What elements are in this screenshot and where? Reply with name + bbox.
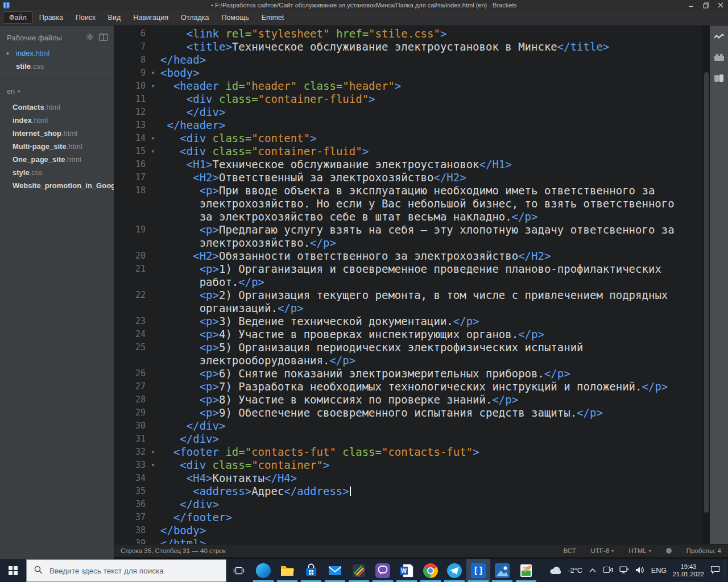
code-text[interactable]: <footer id="contacts-fut" class="contact… <box>160 446 703 459</box>
code-text[interactable]: <div class="container"> <box>160 459 703 472</box>
volume-icon[interactable] <box>635 566 645 576</box>
code-text[interactable]: работ.</p> <box>160 276 703 289</box>
editor-scrollbar[interactable] <box>703 26 710 544</box>
code-line-29[interactable]: 29 <p>9) Обеспечение своевременного испы… <box>114 406 703 419</box>
restore-button[interactable] <box>698 0 713 10</box>
menu-item-help[interactable]: Помощь <box>216 12 254 23</box>
start-button[interactable] <box>0 559 26 582</box>
fold-arrow-icon[interactable]: ▼ <box>146 80 160 93</box>
code-line-17[interactable]: 17 <H2>Ответственный за электрохозяйство… <box>114 171 703 184</box>
code-line-9[interactable]: 9▼<body> <box>114 66 703 80</box>
working-file-stile[interactable]: stile.css <box>0 60 114 73</box>
code-line-33[interactable]: 33▼ <div class="container"> <box>114 459 703 472</box>
show-desktop-button[interactable] <box>725 559 728 582</box>
taskbar-app-brackets[interactable]: [] <box>466 559 490 582</box>
taskbar-app-word[interactable]: W <box>395 559 419 582</box>
temperature-label[interactable]: -2°C <box>568 567 582 575</box>
project-file-internet_shop[interactable]: Internet_shop.html <box>0 127 114 140</box>
project-file-contacts[interactable]: Contacts.html <box>0 101 114 114</box>
code-text[interactable]: </footer> <box>160 511 703 524</box>
code-line-35[interactable]: 35 <address>Адрес</address> <box>114 485 703 498</box>
code-line-10[interactable]: 10▼ <header id="header" class="header"> <box>114 80 703 93</box>
fold-arrow-icon[interactable]: ▼ <box>146 132 160 145</box>
title-bar[interactable]: [] • F:/Разработка сайтов/Сайт обслужива… <box>0 0 728 10</box>
code-text[interactable]: </head> <box>160 53 703 66</box>
taskbar-app-telegram[interactable] <box>442 559 466 582</box>
project-file-multi-page_site[interactable]: Multi-page_site.html <box>0 140 114 153</box>
taskbar-search[interactable] <box>26 559 226 582</box>
taskbar-app-microsoft-store[interactable] <box>299 559 323 582</box>
taskbar-app-photos[interactable] <box>490 559 514 582</box>
code-text[interactable]: <div class="container-fluid"> <box>160 145 703 158</box>
overwrite-indicator[interactable]: ВСТ <box>564 547 576 554</box>
code-text[interactable]: <header id="header" class="header"> <box>160 80 703 93</box>
code-line-34[interactable]: 34 <H4>Контакты</H4> <box>114 472 703 485</box>
taskbar-app-notes[interactable] <box>514 559 538 582</box>
code-text[interactable]: <div class="content"> <box>160 132 703 145</box>
code-line-19[interactable]: 19 <p>Предлагаю услугу взять на себя — э… <box>114 223 703 236</box>
code-line-15[interactable]: 15▼ <div class="container-fluid"> <box>114 145 703 158</box>
code-text[interactable]: электрохозяйство. Но если у Вас небольшо… <box>160 197 703 210</box>
code-text[interactable]: </div> <box>160 433 703 446</box>
taskbar-app-file-explorer[interactable] <box>275 559 299 582</box>
code-editor[interactable]: 6 <link rel="stylesheet" href="stile.css… <box>114 26 703 544</box>
code-line-39[interactable]: 39</html> <box>114 537 703 544</box>
project-file-index[interactable]: index.html <box>0 114 114 127</box>
code-text[interactable]: </div> <box>160 106 703 119</box>
language-selector[interactable]: HTML ▾ <box>628 547 651 554</box>
code-text[interactable]: <p>6) Снятие показаний электроизмеритель… <box>160 367 703 380</box>
code-text[interactable]: <H2>Обязанности ответственного за электр… <box>160 250 703 263</box>
code-text[interactable]: <title>Техническое обслуживание электроу… <box>160 40 703 53</box>
code-line-11[interactable]: 11 <div class="container-fluid"> <box>114 93 703 106</box>
indent-setting[interactable]: Пробелы: 4 <box>686 547 721 554</box>
split-view-icon[interactable] <box>99 34 108 43</box>
code-text[interactable]: <H2>Ответственный за электрохозяйство</H… <box>160 171 703 184</box>
code-text[interactable]: <link rel="stylesheet" href="stile.css"> <box>160 27 703 40</box>
menu-item-view[interactable]: Вид <box>102 12 127 23</box>
code-line-28[interactable]: 28 <p>8) Участие в комиссиях по проверке… <box>114 393 703 406</box>
code-line-wrap[interactable]: электрооборудования.</p> <box>114 354 703 367</box>
code-line-18[interactable]: 18 <p>При вводе объекта в эксплуатацию н… <box>114 184 703 197</box>
code-line-wrap[interactable]: за электрохозяйство себе в штат весьма н… <box>114 210 703 223</box>
taskbar-app-paint-tool[interactable] <box>347 559 371 582</box>
code-line-20[interactable]: 20 <H2>Обязанности ответственного за эле… <box>114 250 703 263</box>
working-file-index[interactable]: •index.html <box>0 47 114 60</box>
task-view-button[interactable] <box>226 559 251 582</box>
code-text[interactable]: </div> <box>160 419 703 433</box>
code-text[interactable]: организаций.</p> <box>160 302 703 315</box>
scrollbar-thumb[interactable] <box>704 72 709 513</box>
network-icon[interactable] <box>619 566 629 576</box>
code-text[interactable]: <body> <box>160 66 703 80</box>
taskbar-app-edge[interactable] <box>251 559 275 582</box>
fold-arrow-icon[interactable]: ▼ <box>146 145 160 158</box>
meet-now-icon[interactable] <box>603 566 613 575</box>
menu-item-navigate[interactable]: Навигация <box>127 12 174 23</box>
menu-item-find[interactable]: Поиск <box>70 12 101 23</box>
fold-arrow-icon[interactable]: ▼ <box>146 66 160 80</box>
project-file-style[interactable]: style.css <box>0 166 114 179</box>
lint-status-icon[interactable] <box>666 548 672 554</box>
code-line-wrap[interactable]: электрохозяйство.</p> <box>114 236 703 250</box>
code-text[interactable]: <p>8) Участие в комиссиях по проверке зн… <box>160 393 703 406</box>
code-line-21[interactable]: 21 <p>1) Оргаганизация и своевременное п… <box>114 263 703 276</box>
project-file-website_promotion_in_google[interactable]: Website_promotion_in_Google.html <box>0 179 114 192</box>
code-line-23[interactable]: 23 <p>3) Ведение технической документаци… <box>114 315 703 328</box>
clock[interactable]: 19:43 21.01.2022 <box>673 563 704 578</box>
minimize-button[interactable] <box>684 0 698 10</box>
code-line-38[interactable]: 38</body> <box>114 524 703 537</box>
code-line-wrap[interactable]: организаций.</p> <box>114 302 703 315</box>
code-line-22[interactable]: 22 <p>2) Организация текущего ремонта, в… <box>114 289 703 302</box>
code-line-36[interactable]: 36 </div> <box>114 498 703 511</box>
code-text[interactable]: электрооборудования.</p> <box>160 354 703 367</box>
code-text[interactable]: <p>4) Участие в проверках инспектирующих… <box>160 328 703 341</box>
code-text[interactable]: </body> <box>160 524 703 537</box>
code-text[interactable]: </div> <box>160 498 703 511</box>
search-input[interactable] <box>48 566 210 576</box>
code-text[interactable]: <address>Адрес</address> <box>160 485 703 498</box>
code-line-25[interactable]: 25 <p>5) Организация периодических элект… <box>114 341 703 354</box>
menu-item-edit[interactable]: Правка <box>34 12 69 23</box>
code-line-27[interactable]: 27 <p>7) Разработка необходимых технолог… <box>114 380 703 393</box>
tray-expand-icon[interactable] <box>589 567 597 575</box>
menu-item-emmet[interactable]: Emmet <box>256 12 290 23</box>
snippets-icon[interactable] <box>714 74 724 85</box>
